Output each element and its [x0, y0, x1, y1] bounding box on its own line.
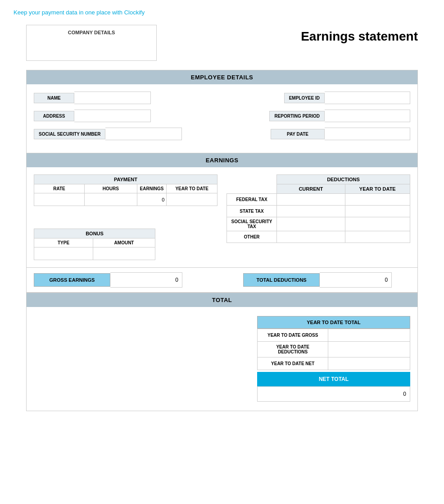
total-section-body: YEAR TO DATE TOTAL YEAR TO DATE GROSSYEA…: [27, 307, 417, 411]
earnings-section: EARNINGS PAYMENT RATE HOURS EARNINGS YEA…: [26, 153, 418, 293]
bonus-table: BONUS TYPE AMOUNT: [34, 229, 155, 260]
name-field-group: NAME: [34, 92, 151, 104]
ytd-row: YEAR TO DATE GROSS: [258, 329, 410, 342]
payment-hours-cell[interactable]: [84, 193, 137, 206]
top-link-bar: Keep your payment data in one place with…: [0, 0, 444, 25]
ytd-label-1: YEAR TO DATE DEDUCTIONS: [258, 342, 328, 357]
ytd-row: YEAR TO DATE DEDUCTIONS: [258, 342, 410, 357]
header-row: COMPANY DETAILS Earnings statement: [26, 25, 418, 61]
employee-details-section: EMPLOYEE DETAILS NAME EMPLOYEE ID ADDRES…: [26, 70, 418, 153]
employee-details-header: EMPLOYEE DETAILS: [27, 70, 417, 84]
employee-id-field-group: EMPLOYEE ID: [284, 92, 410, 104]
payment-earnings-cell[interactable]: 0: [137, 193, 167, 206]
deduction-current-1[interactable]: [277, 206, 345, 217]
deduction-ytd-3[interactable]: [345, 231, 410, 243]
deduction-label-2: SOCIAL SECURITY TAX: [227, 217, 277, 231]
ytd-table: YEAR TO DATE GROSSYEAR TO DATE DEDUCTION…: [257, 329, 410, 370]
deduction-current-2[interactable]: [277, 217, 345, 231]
deductions-col-current: CURRENT: [277, 184, 345, 194]
ytd-row: YEAR TO DATE NET: [258, 357, 410, 370]
ytd-value-1[interactable]: [328, 342, 410, 357]
payment-rate-cell[interactable]: [34, 193, 85, 206]
ytd-label-0: YEAR TO DATE GROSS: [258, 329, 328, 342]
ytd-value-input-2[interactable]: [332, 360, 406, 367]
bonus-type-cell[interactable]: [34, 247, 93, 260]
deduction-label-3: OTHER: [227, 231, 277, 243]
deductions-title: DEDUCTIONS: [277, 175, 410, 184]
total-deductions-group: TOTAL DEDUCTIONS 0: [243, 272, 410, 288]
employee-id-label: EMPLOYEE ID: [284, 93, 325, 103]
ytd-value-input-0[interactable]: [332, 332, 406, 339]
total-section-header: TOTAL: [27, 293, 417, 307]
payment-table: PAYMENT RATE HOURS EARNINGS YEAR TO DATE: [34, 174, 217, 206]
deduction-ytd-0[interactable]: [345, 194, 410, 206]
employee-row-2: ADDRESS REPORTING PERIOD: [34, 110, 410, 122]
total-section: TOTAL YEAR TO DATE TOTAL YEAR TO DATE GR…: [26, 293, 418, 411]
name-input[interactable]: [74, 92, 151, 104]
name-label: NAME: [34, 93, 74, 103]
bonus-amount-input[interactable]: [97, 249, 151, 258]
deduction-current-input-1[interactable]: [281, 207, 341, 215]
deduction-label-1: STATE TAX: [227, 206, 277, 217]
payment-ytd-cell[interactable]: [167, 193, 217, 206]
bonus-type-input[interactable]: [38, 249, 89, 258]
net-total-header: NET TOTAL: [257, 372, 410, 386]
gross-earnings-label: GROSS EARNINGS: [34, 273, 110, 287]
deduction-row: FEDERAL TAX: [227, 194, 410, 206]
total-deductions-label: TOTAL DEDUCTIONS: [243, 273, 320, 287]
employee-row-1: NAME EMPLOYEE ID: [34, 92, 410, 104]
ytd-table-wrapper: YEAR TO DATE TOTAL YEAR TO DATE GROSSYEA…: [257, 316, 410, 402]
company-details-label: COMPANY DETAILS: [31, 30, 152, 35]
reporting-period-field-group: REPORTING PERIOD: [269, 110, 410, 122]
page-container: COMPANY DETAILS Earnings statement EMPLO…: [13, 25, 431, 429]
pay-date-input[interactable]: [325, 128, 410, 140]
deduction-row: SOCIAL SECURITY TAX: [227, 217, 410, 231]
deduction-current-input-3[interactable]: [281, 233, 341, 241]
page-title: Earnings statement: [301, 25, 418, 44]
reporting-period-input[interactable]: [325, 110, 410, 122]
pay-date-field-group: PAY DATE: [271, 128, 410, 140]
address-label: ADDRESS: [34, 111, 74, 121]
ssn-field-group: SOCIAL SECURITY NUMBER: [34, 128, 182, 140]
bonus-col-type: TYPE: [34, 238, 93, 247]
pay-date-label: PAY DATE: [271, 129, 325, 139]
employee-id-input[interactable]: [325, 92, 410, 104]
deduction-ytd-input-3[interactable]: [349, 233, 406, 241]
reporting-period-label: REPORTING PERIOD: [269, 111, 325, 121]
deduction-current-input-0[interactable]: [281, 196, 341, 203]
ytd-value-0[interactable]: [328, 329, 410, 342]
ssn-input[interactable]: [105, 128, 182, 140]
deduction-ytd-1[interactable]: [345, 206, 410, 217]
payment-hours-input[interactable]: [87, 195, 134, 204]
deduction-ytd-input-0[interactable]: [349, 196, 406, 203]
employee-row-3: SOCIAL SECURITY NUMBER PAY DATE: [34, 128, 410, 140]
deduction-ytd-input-1[interactable]: [349, 207, 406, 215]
deduction-ytd-2[interactable]: [345, 217, 410, 231]
net-total-value: 0: [257, 386, 410, 402]
totals-row: GROSS EARNINGS 0 TOTAL DEDUCTIONS 0: [27, 267, 417, 293]
deduction-row: OTHER: [227, 231, 410, 243]
gross-earnings-value: 0: [110, 272, 182, 288]
ytd-value-2[interactable]: [328, 357, 410, 370]
address-field-group: ADDRESS: [34, 110, 151, 122]
deduction-row: STATE TAX: [227, 206, 410, 217]
bonus-title: BONUS: [34, 229, 155, 238]
total-deductions-value: 0: [320, 272, 392, 288]
deduction-label-0: FEDERAL TAX: [227, 194, 277, 206]
deduction-current-0[interactable]: [277, 194, 345, 206]
clockify-link[interactable]: Keep your payment data in one place with…: [14, 9, 145, 16]
ytd-label-2: YEAR TO DATE NET: [258, 357, 328, 370]
employee-details-body: NAME EMPLOYEE ID ADDRESS REPORTING PERIO…: [27, 84, 417, 153]
payment-rate-input[interactable]: [37, 195, 82, 204]
deduction-current-3[interactable]: [277, 231, 345, 243]
deduction-ytd-input-2[interactable]: [349, 219, 406, 229]
payment-ytd-input[interactable]: [169, 195, 214, 204]
ytd-total-header: YEAR TO DATE TOTAL: [257, 316, 410, 329]
gross-earnings-group: GROSS EARNINGS 0: [34, 272, 201, 288]
ytd-value-input-1[interactable]: [332, 346, 406, 353]
address-input[interactable]: [74, 110, 151, 122]
bonus-amount-cell[interactable]: [93, 247, 155, 260]
deduction-current-input-2[interactable]: [281, 219, 341, 229]
payment-col-rate: RATE: [34, 184, 85, 193]
payment-title: PAYMENT: [34, 175, 217, 184]
